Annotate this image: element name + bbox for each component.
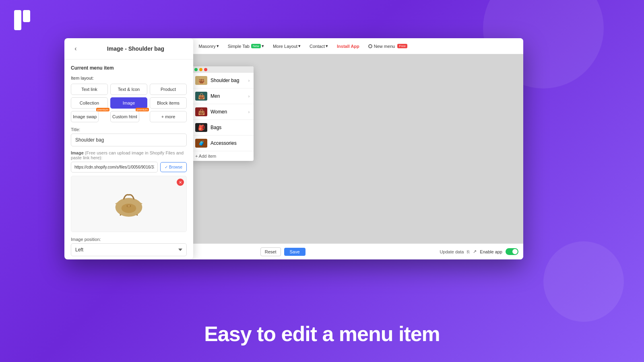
headline: Easy to edit a menu item	[0, 322, 644, 346]
premium-badge-image-swap: premium	[96, 108, 109, 111]
save-button[interactable]: Save	[284, 248, 305, 256]
nav-new-menu[interactable]: New menu Free	[365, 42, 411, 50]
share-icon: ↗	[473, 249, 477, 254]
layout-btn-image-swap[interactable]: Image swap	[71, 111, 99, 122]
image-url-input[interactable]	[71, 162, 158, 173]
panel-title: Image - Shoulder bag	[85, 45, 187, 52]
title-input[interactable]	[71, 134, 187, 146]
image-position-label: Image position:	[71, 237, 187, 242]
title-field-label: Title:	[71, 127, 187, 132]
image-preview-box: ✕	[71, 176, 187, 232]
update-data-label: Update data	[440, 249, 464, 254]
panel-header: ‹ Image - Shoulder bag	[64, 38, 193, 60]
add-item-row[interactable]: + Add item	[191, 151, 254, 161]
browse-button[interactable]: ✓ Browse	[160, 162, 187, 172]
image-url-row: ✓ Browse	[71, 162, 187, 173]
layout-grid-row3: Image swap premium Custom html premium +…	[71, 111, 187, 122]
enable-app-toggle[interactable]	[506, 248, 518, 255]
menu-item-men[interactable]: 👜 Men ›	[191, 88, 254, 104]
layout-grid-row2: Collection Image Block items	[71, 97, 187, 109]
bottom-right-controls: Update data ⎘ ↗ Enable app	[440, 248, 518, 255]
layout-btn-text-icon[interactable]: Text & Icon	[110, 84, 147, 95]
chevron-right-icon-men: ›	[248, 94, 250, 99]
win-btn-red	[204, 68, 207, 71]
premium-badge-custom-html: premium	[136, 108, 149, 111]
chevron-right-icon: ›	[248, 78, 250, 83]
bottom-center-controls: Reset Save	[260, 247, 305, 256]
nav-install-app[interactable]: Install App	[334, 42, 363, 50]
svg-rect-1	[23, 10, 30, 22]
thumb-women: 👜	[195, 107, 207, 116]
menu-item-bags[interactable]: 🎒 Bags	[191, 120, 254, 136]
menu-preview: 👜 Shoulder bag › 👜 Men › 👜 Women ›	[191, 66, 254, 161]
win-btn-green	[194, 68, 198, 71]
copy-icon: ⎘	[467, 249, 470, 254]
layout-btn-collection[interactable]: Collection	[71, 97, 108, 109]
layout-btn-more[interactable]: + more	[150, 111, 187, 122]
layout-section-label: Item layout:	[71, 76, 187, 80]
image-preview-close[interactable]: ✕	[177, 179, 184, 186]
edit-panel: ‹ Image - Shoulder bag Current menu item…	[64, 38, 193, 259]
thumb-men: 👜	[195, 92, 207, 101]
layout-btn-product[interactable]: Product	[150, 84, 187, 95]
layout-btn-custom-html[interactable]: Custom html	[110, 111, 139, 122]
nav-radio-icon	[368, 44, 372, 48]
layout-btn-block-items[interactable]: Block items	[150, 97, 187, 109]
thumb-bags: 🎒	[195, 123, 207, 132]
menu-item-shoulder-bag[interactable]: 👜 Shoulder bag ›	[191, 73, 254, 88]
thumb-shoulder-bag: 👜	[195, 76, 207, 85]
app-logo	[12, 8, 32, 34]
app-window: M ⚙ Setting 👤 Profile 💡 Tips ⊞ Explore ✓…	[64, 38, 523, 259]
reset-button[interactable]: Reset	[260, 247, 281, 256]
thumb-accessories: 🧳	[195, 139, 207, 148]
svg-point-7	[136, 214, 138, 216]
current-menu-label: Current menu item	[71, 65, 187, 71]
menu-preview-header	[191, 66, 254, 73]
image-position-select[interactable]: Left Right Center	[71, 243, 187, 256]
menu-item-accessories[interactable]: 🧳 Accessories	[191, 136, 254, 151]
nav-more-layout[interactable]: More Layout ▾	[270, 42, 304, 50]
svg-rect-0	[14, 10, 21, 30]
win-btn-yellow	[199, 68, 202, 71]
svg-rect-5	[128, 205, 130, 206]
nav-contact[interactable]: Contact ▾	[306, 42, 331, 50]
nav-simple-tab[interactable]: Simple Tab New ▾	[225, 42, 267, 50]
menu-item-women[interactable]: 👜 Women ›	[191, 104, 254, 120]
panel-back-button[interactable]: ‹	[71, 44, 80, 53]
image-field-label: Image (Free users can upload image in Sh…	[71, 150, 187, 160]
panel-body: Current menu item Item layout: Text link…	[64, 60, 193, 259]
chevron-right-icon-women: ›	[248, 110, 250, 114]
layout-btn-text-link[interactable]: Text link	[71, 84, 108, 95]
svg-point-6	[120, 214, 121, 216]
layout-grid-row1: Text link Text & Icon Product	[71, 84, 187, 95]
bag-preview-image	[109, 188, 149, 220]
nav-masonry[interactable]: Masonry ▾	[195, 42, 222, 50]
layout-btn-image[interactable]: Image	[110, 97, 147, 109]
enable-app-label: Enable app	[480, 249, 502, 254]
